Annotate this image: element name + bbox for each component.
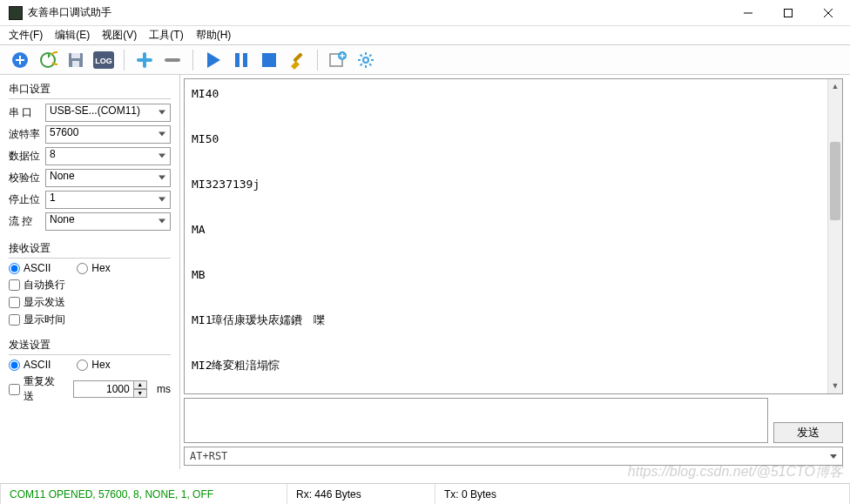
stopbits-label: 停止位 [9, 192, 45, 207]
save-button[interactable] [63, 47, 89, 73]
port-label: 串 口 [9, 105, 45, 120]
show-time-checkbox[interactable]: 显示时间 [9, 312, 65, 327]
new-button[interactable] [7, 47, 33, 73]
recv-hex-label: Hex [91, 262, 110, 274]
svg-rect-5 [72, 61, 79, 67]
repeat-send-checkbox[interactable]: 重复发送 [9, 374, 63, 404]
toolbar-separator [317, 50, 318, 71]
repeat-interval-spinner[interactable]: ▲▼ [73, 380, 147, 398]
settings-button[interactable] [353, 47, 379, 73]
repeat-unit-label: ms [157, 383, 171, 395]
auto-wrap-checkbox[interactable]: 自动换行 [9, 278, 65, 292]
recv-ascii-label: ASCII [24, 262, 51, 274]
menu-help[interactable]: 帮助(H) [196, 28, 232, 43]
show-time-label: 显示时间 [24, 312, 65, 327]
window-title: 友善串口调试助手 [28, 5, 728, 20]
main-panel: MI40 MI50 MI3237139j MA MB MI1璋佸康瑗块庡嬬鐨 嚛… [180, 75, 850, 469]
add-button[interactable] [132, 47, 158, 73]
play-button[interactable] [200, 47, 226, 73]
send-hex-label: Hex [91, 359, 110, 371]
content-area: 串口设置 串 口 USB-SE...(COM11) 波特率 57600 数据位 … [0, 75, 850, 469]
status-tx: Tx: 0 Bytes [435, 484, 850, 504]
toolbar-separator [124, 50, 125, 71]
quick-command-value: AT+RST [190, 450, 227, 462]
app-icon [9, 6, 23, 20]
sidebar: 串口设置 串 口 USB-SE...(COM11) 波特率 57600 数据位 … [0, 75, 180, 469]
parity-label: 校验位 [9, 171, 45, 185]
send-settings-title: 发送设置 [9, 338, 171, 355]
menu-tools[interactable]: 工具(T) [149, 28, 183, 43]
send-ascii-radio[interactable]: ASCII [9, 359, 51, 371]
stop-button[interactable] [256, 47, 282, 73]
status-rx: Rx: 446 Bytes [287, 484, 435, 504]
send-row: 发送 [184, 398, 843, 443]
send-button[interactable]: 发送 [773, 422, 843, 443]
window-controls [728, 0, 848, 26]
spin-up-icon[interactable]: ▲ [134, 380, 147, 389]
status-port: COM11 OPENED, 57600, 8, NONE, 1, OFF [0, 484, 287, 504]
svg-rect-9 [243, 53, 247, 67]
stopbits-select[interactable]: 1 [45, 191, 171, 209]
menu-edit[interactable]: 编辑(E) [55, 28, 90, 43]
close-button[interactable] [808, 0, 848, 26]
output-box: MI40 MI50 MI3237139j MA MB MI1璋佸康瑗块庡嬬鐨 嚛… [184, 78, 843, 394]
clear-button[interactable] [284, 47, 310, 73]
send-hex-radio[interactable]: Hex [77, 359, 110, 371]
title-bar: 友善串口调试助手 [0, 0, 850, 26]
svg-rect-0 [785, 9, 793, 17]
scroll-down-icon[interactable]: ▼ [828, 379, 842, 393]
scroll-up-icon[interactable]: ▲ [828, 79, 842, 94]
repeat-send-label: 重复发送 [24, 374, 63, 404]
spin-down-icon[interactable]: ▼ [134, 389, 147, 398]
pause-button[interactable] [228, 47, 254, 73]
maximize-button[interactable] [768, 0, 808, 26]
svg-text:LOG: LOG [95, 57, 112, 65]
scroll-track[interactable] [828, 94, 842, 379]
status-bar: COM11 OPENED, 57600, 8, NONE, 1, OFF Rx:… [0, 483, 850, 504]
remove-button[interactable] [159, 47, 186, 73]
minimize-button[interactable] [728, 0, 768, 26]
recv-hex-radio[interactable]: Hex [77, 262, 110, 274]
svg-point-14 [363, 57, 368, 63]
parity-select[interactable]: None [45, 169, 171, 187]
serial-settings-title: 串口设置 [9, 82, 171, 99]
svg-rect-8 [235, 53, 239, 67]
log-button[interactable]: LOG [91, 47, 117, 73]
svg-rect-11 [293, 52, 302, 62]
baud-label: 波特率 [9, 127, 45, 142]
show-send-label: 显示发送 [24, 295, 65, 310]
show-send-checkbox[interactable]: 显示发送 [9, 295, 65, 310]
baud-select[interactable]: 57600 [45, 125, 171, 144]
repeat-interval-input[interactable] [73, 380, 134, 398]
toolbar: LOG [0, 45, 850, 75]
menu-file[interactable]: 文件(F) [9, 28, 43, 43]
output-scrollbar[interactable]: ▲ ▼ [827, 79, 842, 393]
scroll-thumb[interactable] [830, 142, 840, 220]
toolbar-separator [192, 50, 193, 71]
menu-bar: 文件(F) 编辑(E) 视图(V) 工具(T) 帮助(H) [0, 26, 850, 45]
receive-settings-title: 接收设置 [9, 241, 171, 259]
recv-ascii-radio[interactable]: ASCII [9, 262, 51, 274]
databits-select[interactable]: 8 [45, 147, 171, 165]
svg-rect-10 [262, 53, 276, 67]
flowctrl-select[interactable]: None [45, 212, 171, 231]
send-input[interactable] [184, 398, 768, 443]
flowctrl-label: 流 控 [9, 214, 45, 229]
send-ascii-label: ASCII [24, 359, 51, 371]
svg-rect-4 [71, 53, 80, 58]
refresh-button[interactable] [35, 47, 61, 73]
menu-view[interactable]: 视图(V) [102, 28, 137, 43]
databits-label: 数据位 [9, 149, 45, 164]
quick-command-select[interactable]: AT+RST [184, 447, 843, 466]
output-content[interactable]: MI40 MI50 MI3237139j MA MB MI1璋佸康瑗块庡嬬鐨 嚛… [185, 79, 842, 393]
auto-wrap-label: 自动换行 [24, 278, 65, 292]
add-panel-button[interactable] [325, 47, 351, 73]
port-select[interactable]: USB-SE...(COM11) [45, 104, 171, 122]
